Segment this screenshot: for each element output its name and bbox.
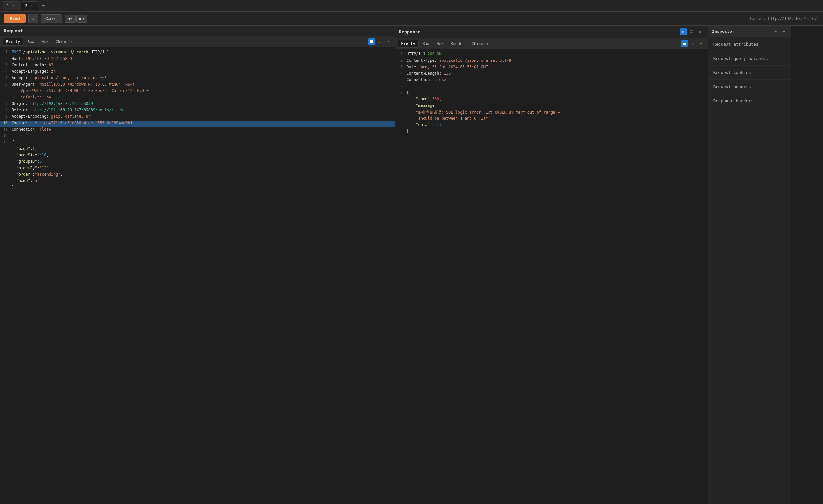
response-tab-hex[interactable]: Hex [433,40,447,47]
response-json-message-val2: should be between 1 and 6 (1)", [395,116,707,123]
request-tab-raw[interactable]: Raw [24,38,38,45]
response-json-code: "code":500, [395,97,707,103]
response-tab-icons: ☰ ↵ ≡ [681,40,705,47]
response-panel: Response ⊞ ☰ ▣ Pretty Raw Hex Render Chi… [395,26,707,504]
request-line-6a: AppleWebKit/537.36 (KHTML, like Gecko) C… [0,89,394,95]
toolbar: Send ⚙ Cancel ◀ ▾ ▶ ▾ Target: http://192… [0,12,823,26]
request-tab-hex[interactable]: Hex [38,38,52,45]
request-json-pagesize: "pageSize":10, [0,153,394,159]
request-json-groupid: "groupID":0, [0,159,394,166]
inspector-icon-grid[interactable]: ⊞ [772,28,779,35]
nav-back-dropdown[interactable]: ▾ [71,17,73,20]
inspector-item-request-query[interactable]: Request query parame... [708,51,792,65]
tab-2-label: 2 [25,4,27,8]
gear-icon: ⚙ [32,16,34,21]
settings-button[interactable]: ⚙ [28,14,38,23]
request-json-page: "page":1, [0,146,394,153]
inspector-item-request-headers[interactable]: Request headers [708,80,792,94]
response-icon-list[interactable]: ☰ [688,28,695,35]
response-json-message-val1: "服务内部错误: SQL logic error: 1st ORDER BY t… [395,110,707,116]
inspector-title: Inspector [712,29,734,34]
chevron-left-icon: ◀ [67,16,70,21]
inspector-item-request-cookies[interactable]: Request cookies [708,65,792,80]
response-icon-btn1[interactable]: ☰ [681,40,688,47]
request-icon-wrap[interactable]: ↵ [377,38,384,45]
response-icon-grid[interactable]: ⊞ [680,28,687,35]
response-line-1: 1 HTTP/1.1 200 OK [395,52,707,58]
request-line-10: 10 Cookie: psession=27116fe3-e850-41ae-b… [0,121,394,127]
request-line-12: 12 [0,134,394,140]
response-title: Response ⊞ ☰ ▣ [395,26,707,38]
nav-forward-button[interactable]: ▶ ▾ [76,15,87,22]
request-line-2: 2 Host: 192.168.79.167:35839 [0,56,394,63]
response-line-2: 2 Content-Type: application/json; charse… [395,58,707,65]
main-layout: Request Pretty Raw Hex Chinese ☰ ↵ ≡ 1 P… [0,26,823,504]
inspector-item-response-headers[interactable]: Response headers [708,94,792,108]
response-json-message-key: "message": [395,103,707,110]
response-tab-chinese[interactable]: Chinese [468,40,491,47]
inspector-icons: ⊞ ☰ [772,28,788,35]
request-json-order: "order":"ascending", [0,172,394,178]
response-code: 1 HTTP/1.1 200 OK 2 Content-Type: applic… [395,49,707,504]
chevron-right-icon: ▶ [79,16,82,21]
request-json-close: } [0,185,394,191]
request-code: 1 POST /api/v1/hosts/command/search HTTP… [0,47,394,504]
response-icon-cols[interactable]: ▣ [697,28,704,35]
response-line-4: 4 Content-Length: 136 [395,71,707,77]
request-tabs: Pretty Raw Hex Chinese ☰ ↵ ≡ [0,36,394,47]
tab-1-close[interactable]: ✕ [11,4,15,8]
tab-2-close[interactable]: ✕ [29,4,34,8]
nav-fwd-dropdown[interactable]: ▾ [83,17,84,20]
inspector-icon-list[interactable]: ☰ [781,28,788,35]
inspector-panel: Inspector ⊞ ☰ Request attributes Request… [708,26,792,504]
response-line-3: 3 Date: Wed, 31 Jul 2024 05:53:01 GMT [395,65,707,71]
request-json-orderby: "orderBy":"12", [0,166,394,172]
request-panel: Request Pretty Raw Hex Chinese ☰ ↵ ≡ 1 P… [0,26,395,504]
tab-1-label: 1 [7,4,9,8]
request-tab-icons: ☰ ↵ ≡ [368,38,392,45]
request-line-7: 7 Origin: http://192.168.79.167:35839 [0,101,394,108]
request-line-3: 3 Content-Length: 82 [0,63,394,69]
request-title: Request [0,26,394,36]
request-line-6b: Safari/537.36 [0,95,394,101]
request-line-13: 13 { [0,140,394,146]
response-json-close: } [395,129,707,135]
tab-2[interactable]: 2 ✕ [21,1,38,10]
request-line-6: 6 User-Agent: Mozilla/5.0 (Windows NT 10… [0,82,394,89]
request-line-4: 4 Accept-Language: zh [0,69,394,75]
response-line-6: 6 [395,84,707,91]
response-icon-btn3[interactable]: ≡ [698,40,705,47]
tab-bar: 1 ✕ 2 ✕ + [0,0,823,12]
response-icon-btn2[interactable]: ↵ [689,40,697,47]
response-tab-raw[interactable]: Raw [420,40,433,47]
target-info: Target: http://192.168.79.167: [750,16,819,21]
request-icon-more[interactable]: ≡ [385,38,392,45]
inspector-header: Inspector ⊞ ☰ [708,26,792,37]
response-tabs: Pretty Raw Hex Render Chinese ☰ ↵ ≡ [395,38,707,49]
response-tab-render[interactable]: Render [447,40,468,47]
response-header-icons: ⊞ ☰ ▣ [680,28,704,35]
request-line-8: 8 Referer: http://192.168.79.167:35839/h… [0,108,394,114]
nav-back-button[interactable]: ◀ ▾ [65,15,75,22]
inspector-item-request-attributes[interactable]: Request attributes [708,37,792,51]
request-line-9: 9 Accept-Encoding: gzip, deflate, br [0,114,394,121]
request-icon-list[interactable]: ☰ [368,38,375,45]
cancel-button[interactable]: Cancel [40,14,62,23]
request-tab-pretty[interactable]: Pretty [3,38,23,46]
send-button[interactable]: Send [4,14,26,23]
request-tab-chinese[interactable]: Chinese [52,38,75,45]
response-tab-pretty[interactable]: Pretty [397,40,419,48]
response-line-7: 7 { [395,91,707,97]
request-line-1: 1 POST /api/v1/hosts/command/search HTTP… [0,50,394,56]
response-line-5: 5 Connection: close [395,77,707,84]
request-line-5: 5 Accept: application/json, text/plain, … [0,75,394,82]
tab-1[interactable]: 1 ✕ [3,1,20,10]
response-json-data: "data":null [395,123,707,129]
request-json-name: "name":"a" [0,178,394,185]
tab-add-button[interactable]: + [39,2,47,10]
request-line-11: 11 Connection: close [0,127,394,134]
